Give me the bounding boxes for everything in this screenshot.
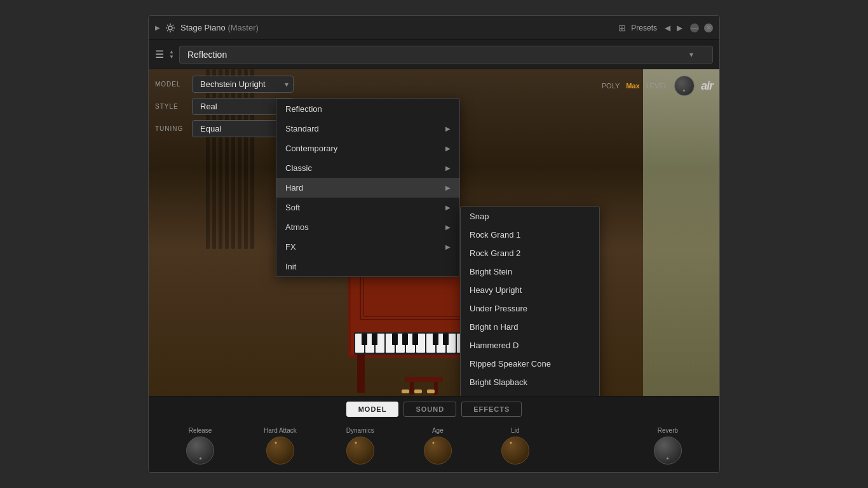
title-bar-left: ▶ Stage Piano (Master) [155,23,259,33]
preset-value: Reflection [187,50,227,60]
window-title: Stage Piano (Master) [180,23,259,32]
menu-item-label: Classic [285,163,312,173]
minimize-button[interactable]: — [690,24,699,32]
submenu-item-bright-stein[interactable]: Bright Stein [461,262,599,281]
svg-rect-34 [414,390,422,393]
svg-rect-35 [427,390,435,393]
hard-submenu[interactable]: Snap Rock Grand 1 Rock Grand 2 Bright St… [460,207,600,396]
svg-rect-30 [405,377,443,382]
menu-item-classic[interactable]: Classic ▶ [276,158,459,178]
age-label: Age [432,427,444,434]
preset-stepper[interactable]: ▲ ▼ [169,50,174,60]
model-control: MODEL Bechstein Upright [155,76,294,93]
preset-dropdown[interactable]: Reflection ▾ [179,46,713,64]
release-knob-group: Release [186,427,214,464]
app-window: ▶ Stage Piano (Master) ⊞ Presets ◀ ▶ — ✕… [148,15,720,473]
menu-item-label: FX [285,242,296,252]
model-selector[interactable]: Bechstein Upright [192,76,294,93]
tab-bar: MODEL SOUND EFFECTS [149,396,719,419]
release-label: Release [189,427,212,434]
knobs-row: Release Hard Attack Dynamics Age Lid [149,419,719,472]
submenu-arrow-icon: ▶ [445,204,451,211]
nav-arrows: ◀ ▶ [662,22,685,34]
svg-rect-25 [443,334,449,345]
bottom-area: MODEL SOUND EFFECTS Release Hard Attack … [149,396,719,472]
title-bar: ▶ Stage Piano (Master) ⊞ Presets ◀ ▶ — ✕ [149,16,719,40]
svg-rect-23 [412,334,418,345]
air-logo: air [701,79,713,93]
dynamics-label: Dynamics [346,427,374,434]
model-select[interactable]: Bechstein Upright [192,76,294,93]
tuning-label: TUNING [155,125,187,132]
next-preset-button[interactable]: ▶ [674,22,685,34]
gear-icon [165,23,175,33]
hamburger-icon[interactable]: ☰ [155,48,164,60]
menu-item-fx[interactable]: FX ▶ [276,237,459,257]
left-panel: MODEL Bechstein Upright STYLE Real [155,76,294,137]
menu-item-soft[interactable]: Soft ▶ [276,198,459,217]
submenu-item-ripped-speaker-cone[interactable]: Ripped Speaker Cone [461,355,599,373]
room-window [643,69,719,396]
submenu-item-pressured-upright[interactable]: Pressured Upright [461,391,599,396]
submenu-arrow-icon: ▶ [445,243,451,250]
submenu-item-snap[interactable]: Snap [461,207,599,226]
expand-arrow-icon[interactable]: ▶ [155,24,160,31]
submenu-arrow-icon: ▶ [445,145,451,152]
right-panel: POLY Max LEVEL air [602,76,713,96]
prev-preset-button[interactable]: ◀ [662,22,673,34]
tab-effects[interactable]: EFFECTS [461,402,522,417]
close-button[interactable]: ✕ [704,24,713,32]
submenu-item-hammered-d[interactable]: Hammered D [461,336,599,355]
main-dropdown-menu[interactable]: Reflection Standard ▶ Contemporary ▶ Cla… [276,98,460,277]
tab-model[interactable]: MODEL [346,402,399,417]
submenu-item-rock-grand-1[interactable]: Rock Grand 1 [461,226,599,244]
release-knob[interactable] [186,437,214,464]
menu-item-reflection[interactable]: Reflection [276,99,459,119]
svg-rect-31 [410,382,414,395]
submenu-arrow-icon: ▶ [445,224,451,231]
menu-item-label: Standard [285,124,319,133]
menu-item-standard[interactable]: Standard ▶ [276,119,459,139]
poly-label: POLY [602,82,620,90]
reverb-knob[interactable] [654,437,682,464]
hard-attack-knob[interactable] [266,437,294,464]
main-area: ☰ ▲ ▼ Reflection ▾ [149,40,719,472]
reverb-knob-group: Reverb [654,427,682,464]
svg-rect-21 [392,334,398,345]
lid-knob[interactable] [501,437,529,464]
svg-point-0 [168,26,172,30]
hard-attack-label: Hard Attack [264,427,297,434]
age-knob[interactable] [424,437,452,464]
tab-sound[interactable]: SOUND [403,402,456,417]
menu-item-label: Soft [285,203,300,212]
submenu-item-bright-slapback[interactable]: Bright Slapback [461,373,599,391]
submenu-arrow-icon: ▶ [445,125,451,132]
lid-knob-group: Lid [501,427,529,464]
dynamics-knob[interactable] [346,437,374,464]
presets-label: Presets [631,24,657,32]
dropdown-arrow-icon: ▾ [689,50,693,59]
style-label: STYLE [155,103,187,110]
content-area: MODEL Bechstein Upright STYLE Real [149,69,719,396]
svg-rect-24 [433,334,438,345]
poly-value[interactable]: Max [626,82,639,90]
svg-rect-32 [434,382,438,395]
menu-item-label: Reflection [285,104,322,114]
level-knob[interactable] [674,76,695,96]
submenu-item-rock-grand-2[interactable]: Rock Grand 2 [461,244,599,262]
menu-item-contemporary[interactable]: Contemporary ▶ [276,139,459,158]
svg-rect-28 [357,355,365,393]
submenu-item-bright-n-hard[interactable]: Bright n Hard [461,318,599,336]
menu-item-init[interactable]: Init [276,257,459,276]
submenu-item-heavy-upright[interactable]: Heavy Upright [461,281,599,299]
svg-rect-19 [362,334,367,345]
dynamics-knob-group: Dynamics [346,427,374,464]
menu-item-atmos[interactable]: Atmos ▶ [276,217,459,237]
model-label: MODEL [155,81,187,88]
hard-attack-knob-group: Hard Attack [264,427,297,464]
svg-rect-20 [372,334,377,345]
grid-icon[interactable]: ⊞ [618,23,626,33]
submenu-item-under-pressure[interactable]: Under Pressure [461,299,599,318]
menu-item-hard[interactable]: Hard ▶ [276,178,459,198]
menu-item-label: Hard [285,183,303,193]
